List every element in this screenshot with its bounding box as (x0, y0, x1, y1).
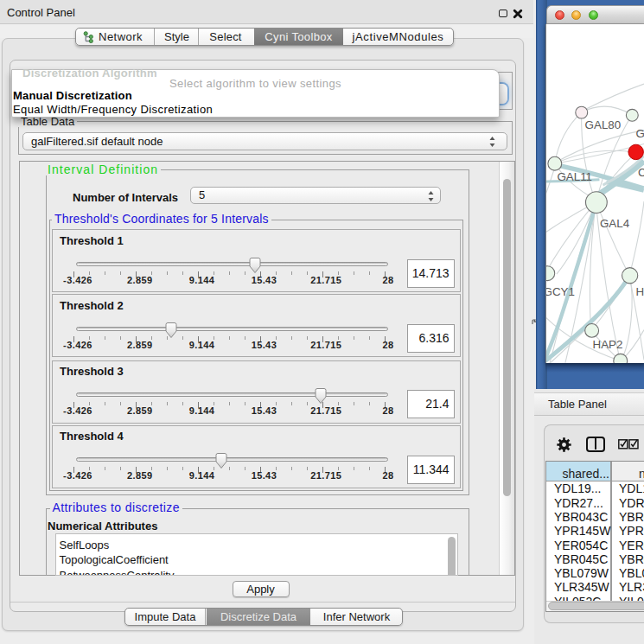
svg-text:GAL4: GAL4 (600, 217, 630, 230)
svg-text:H: H (636, 285, 644, 298)
svg-text:CD: CD (638, 166, 644, 179)
svg-text:GAL11: GAL11 (557, 170, 592, 183)
svg-text:HAP2: HAP2 (593, 338, 623, 351)
svg-text:GA: GA (636, 127, 644, 140)
svg-text:GCY1: GCY1 (545, 285, 575, 298)
svg-text:GAL80: GAL80 (585, 118, 622, 131)
